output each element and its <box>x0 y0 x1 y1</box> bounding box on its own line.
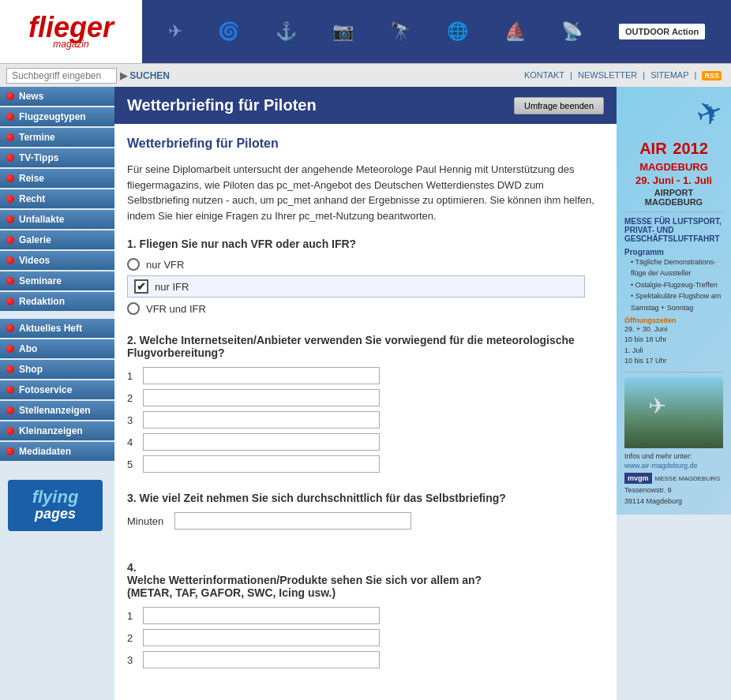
q2-input-row-4: 4 <box>127 433 604 451</box>
sidebar-item-aktuelles-heft[interactable]: Aktuelles Heft <box>0 319 114 338</box>
sidebar-item-flugzeugtypen[interactable]: Flugzeugtypen <box>0 107 114 126</box>
sidebar-item-termine[interactable]: Termine <box>0 128 114 147</box>
outdoor-logo: OUTDOOR Action <box>619 24 705 39</box>
nav-icon-7[interactable]: ⛵ <box>504 21 526 42</box>
right-sidebar: ✈ AIR 2012 MAGDEBURG 29. Juni - 1. Juli … <box>617 87 731 700</box>
q4-input-2[interactable] <box>143 629 380 646</box>
dot-icon <box>6 92 14 100</box>
nav-icons: ✈ 🌀 ⚓ 📷 🔭 🌐 ⛵ 📡 OUTDOOR Action <box>142 0 731 63</box>
air2012-airport: AIRPORT MAGDEBURG <box>624 188 723 207</box>
sidebar-item-galerie[interactable]: Galerie <box>0 230 114 249</box>
q4-input-1[interactable] <box>143 607 380 624</box>
sidebar-divider-2 <box>0 462 114 469</box>
option-vfr-ifr[interactable]: VFR und IFR <box>127 302 604 315</box>
q2-input-2[interactable] <box>143 389 380 406</box>
ad-photo: ✈ <box>624 377 723 448</box>
q3-minuten-label: Minuten <box>127 515 174 527</box>
option-nur-ifr[interactable]: ✔ nur IFR <box>127 275 585 298</box>
messe-magdeburg-text: MESSE MAGDEBURG <box>655 475 721 482</box>
kontakt-link[interactable]: KONTAKT <box>524 70 564 80</box>
q2-input-4[interactable] <box>143 433 380 451</box>
sidebar-divider <box>0 313 114 319</box>
question-4: 4. Welche Wetterinformationen/Produkte s… <box>127 548 604 668</box>
nav-icon-6[interactable]: 🌐 <box>447 21 468 42</box>
sidebar-item-videos[interactable]: Videos <box>0 251 114 270</box>
dot-icon <box>6 195 14 203</box>
air2012-ad[interactable]: ✈ AIR 2012 MAGDEBURG 29. Juni - 1. Juli … <box>617 87 731 515</box>
dot-icon <box>6 447 14 455</box>
ad-divider-2 <box>624 372 723 372</box>
ad-info: Infos und mehr unter: <box>624 451 723 462</box>
radio-circle-vfrifr <box>127 302 140 315</box>
q2-input-1[interactable] <box>143 367 380 384</box>
sidebar-item-kleinanzeigen[interactable]: Kleinanzeigen <box>0 421 114 440</box>
option-nur-vfr[interactable]: nur VFR <box>127 258 604 271</box>
search-input[interactable] <box>6 68 117 84</box>
dot-icon <box>6 154 14 162</box>
dot-icon <box>6 427 14 435</box>
sidebar-item-tv-tipps[interactable]: TV-Tipps <box>0 148 114 167</box>
question-3-title: 3. Wie viel Zeit nehmen Sie sich durchsc… <box>127 492 604 504</box>
q2-num-3: 3 <box>127 414 143 426</box>
sidebar-item-redaktion[interactable]: Redaktion <box>0 292 114 311</box>
sidebar-section-1: News Flugzeugtypen Termine TV-Tipps Reis… <box>0 87 114 311</box>
sitemap-link[interactable]: SITEMAP <box>650 70 688 80</box>
bullet-1: • Tägliche Demonstrations-flüge der Auss… <box>624 256 723 279</box>
nav-icon-3[interactable]: ⚓ <box>276 21 297 42</box>
option-label-vfr-ifr: VFR und IFR <box>146 303 206 315</box>
header: flieger magazin ✈ 🌀 ⚓ 📷 🔭 🌐 ⛵ 📡 OUTDOOR … <box>0 0 731 63</box>
sidebar-item-unfallakte[interactable]: Unfallakte <box>0 210 114 229</box>
content-header: Wetterbriefing für Piloten Umfrage beend… <box>114 87 617 124</box>
flying-pages-ad[interactable]: flying pages <box>0 472 114 539</box>
ad-url[interactable]: www.air-magdeburg.de <box>624 462 723 470</box>
dot-icon <box>6 113 14 121</box>
hours-title: Öffnungszeiten <box>624 316 723 324</box>
rss-icon[interactable]: RSS <box>702 71 722 80</box>
question-2-title: 2. Welche Internetseiten/Anbieter verwen… <box>127 334 604 359</box>
nav-icon-5[interactable]: 🔭 <box>390 21 411 42</box>
option-label-nur-vfr: nur VFR <box>146 259 184 271</box>
nav-icon-1[interactable]: ✈ <box>168 21 182 42</box>
flying-text: flying <box>32 489 79 506</box>
dot-icon <box>6 174 14 182</box>
sidebar-item-news[interactable]: News <box>0 87 114 106</box>
ad-divider-1 <box>624 211 723 212</box>
air2012-city: MAGDEBURG <box>624 161 723 173</box>
q2-input-5[interactable] <box>143 455 380 473</box>
q2-input-3[interactable] <box>143 411 380 429</box>
sidebar-item-stellenanzeigen[interactable]: Stellenanzeigen <box>0 401 114 420</box>
q4-input-3[interactable] <box>143 651 380 668</box>
q2-num-4: 4 <box>127 436 143 448</box>
sidebar-item-mediadaten[interactable]: Mediadaten <box>0 442 114 461</box>
sidebar-item-abo[interactable]: Abo <box>0 339 114 358</box>
sidebar-item-reise[interactable]: Reise <box>0 169 114 188</box>
mvgm-logo: mvgm <box>624 473 652 484</box>
nav-icon-8[interactable]: 📡 <box>561 21 583 42</box>
q4-num-1: 1 <box>127 610 143 622</box>
sidebar-item-seminare[interactable]: Seminare <box>0 271 114 290</box>
dot-icon <box>6 406 14 414</box>
radio-circle-vfr <box>127 258 140 271</box>
search-button[interactable]: ▶ SUCHEN <box>120 70 170 81</box>
checkbox-ifr: ✔ <box>134 279 148 294</box>
question-1: 1. Fliegen Sie nur nach VFR oder auch IF… <box>127 238 604 315</box>
q3-input[interactable] <box>174 512 411 530</box>
mvgm-box: mvgm MESSE MAGDEBURG <box>624 473 723 484</box>
main-content: Wetterbriefing für Piloten Umfrage beend… <box>114 87 617 700</box>
nav-icon-4[interactable]: 📷 <box>332 21 354 42</box>
sidebar-item-shop[interactable]: Shop <box>0 360 114 379</box>
nav-icon-2[interactable]: 🌀 <box>218 21 239 42</box>
ad-address: Tessenowstr. 9 39114 Magdeburg <box>624 485 723 507</box>
question-4-title: 4. Welche Wetterinformationen/Produkte s… <box>127 548 604 599</box>
sidebar-item-fotoservice[interactable]: Fotoservice <box>0 380 114 399</box>
dot-icon <box>6 277 14 285</box>
dot-icon <box>6 215 14 223</box>
flying-pages-box: flying pages <box>8 480 103 531</box>
umfrage-button[interactable]: Umfrage beenden <box>514 97 604 114</box>
q2-input-row-1: 1 <box>127 367 604 384</box>
sidebar-item-recht[interactable]: Recht <box>0 189 114 208</box>
dot-icon <box>6 236 14 244</box>
newsletter-link[interactable]: NEWSLETTER <box>578 70 637 80</box>
q4-input-row-2: 2 <box>127 629 604 646</box>
air2012-dates: 29. Juni - 1. Juli <box>624 174 723 186</box>
